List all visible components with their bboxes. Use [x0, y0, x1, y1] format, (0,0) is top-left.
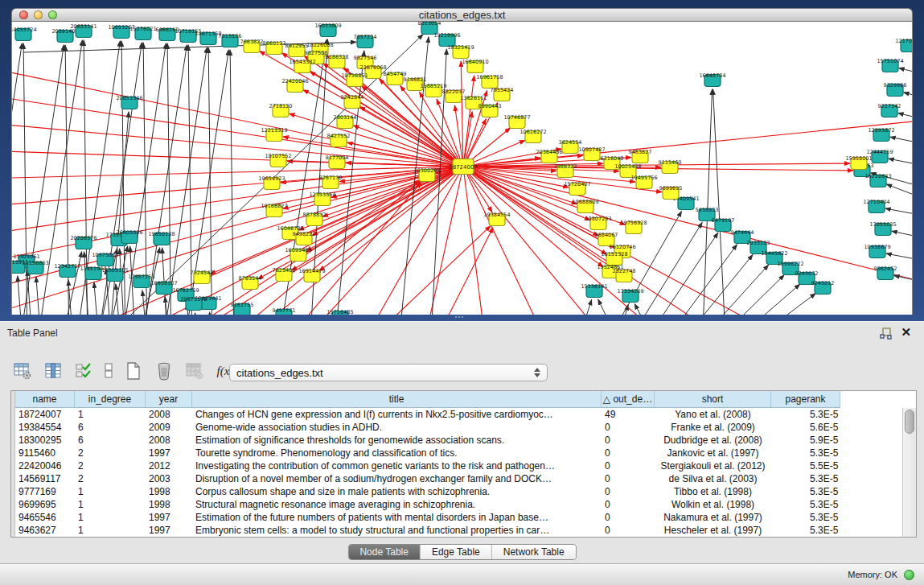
new-table-icon[interactable]: [122, 359, 145, 383]
graph-node-label: 9245012: [811, 280, 835, 286]
cells-icon[interactable]: [103, 359, 114, 383]
graph-node-label: 8822037: [442, 89, 466, 95]
cell-indegree: 1: [75, 485, 146, 498]
zoom-window-button[interactable]: [48, 10, 57, 19]
graph-node-label: 12710404: [863, 199, 889, 205]
graph-node-label: 8427552: [327, 133, 351, 139]
graph-node-label: 10616272: [519, 129, 546, 135]
cell-short: Wolkin et al. (1998): [655, 498, 771, 511]
close-window-button[interactable]: [19, 10, 28, 19]
cell-out: 0: [602, 472, 655, 485]
citation-edge-black: [904, 93, 913, 101]
citation-edge-black: [898, 113, 913, 122]
memory-status-indicator[interactable]: [904, 570, 914, 580]
cell-name: 9777169: [15, 485, 75, 498]
network-view[interactable]: 1405572420891406206331411065326715276021…: [11, 22, 913, 315]
cell-short: Tibbo et al. (1998): [655, 485, 771, 498]
graph-node-label: 12342757: [54, 263, 80, 270]
graph-node-label: 2803144: [334, 114, 357, 121]
table-mode-tabs: Node TableEdge TableNetwork Table: [347, 544, 576, 560]
delete-table-icon[interactable]: [153, 359, 175, 383]
graph-node-label: 8186328: [326, 54, 349, 60]
graph-node-label: 17055035: [869, 221, 896, 228]
column-header-year[interactable]: year: [146, 391, 192, 408]
cell-name: 22420046: [15, 459, 75, 472]
tab-network-table[interactable]: Network Table: [491, 545, 576, 559]
cell-year: 1998: [146, 498, 192, 511]
table-row[interactable]: 911546021997Tourette syndrome. Phenomeno…: [15, 447, 901, 459]
graph-node-label: 9684067: [595, 232, 618, 238]
minimize-window-button[interactable]: [34, 10, 43, 19]
graph-node-label: 7955424: [491, 87, 514, 93]
graph-node-label: 8660123: [263, 40, 286, 47]
citation-edge-red: [463, 167, 913, 287]
splitter-grip[interactable]: [455, 316, 463, 319]
tab-edge-table[interactable]: Edge Table: [420, 545, 491, 559]
select-column-icon[interactable]: [42, 359, 64, 383]
cell-name: 9465546: [15, 511, 75, 524]
graph-node-label: 15958001: [845, 155, 872, 162]
cell-pagerank: 5.3E-5: [771, 485, 840, 498]
graph-node-label: 20673578: [180, 296, 207, 303]
citation-edge-black: [886, 184, 913, 204]
cell-out: 0: [602, 485, 655, 498]
select-rows-icon[interactable]: [72, 359, 95, 383]
graph-node-label: 9562452: [874, 266, 897, 272]
table-row[interactable]: 977716911998Corpus callosum shape and si…: [15, 485, 901, 498]
graph-node-label: 17334269: [617, 288, 643, 295]
column-header-title[interactable]: title: [192, 391, 602, 408]
cell-name: 14569117: [15, 472, 75, 485]
citation-edge-black: [722, 284, 800, 315]
window-title: citations_edges.txt: [12, 9, 912, 21]
table-row[interactable]: 1872400712008Changes of HCN gene express…: [15, 408, 901, 421]
table-row[interactable]: 1938455462009Genome-wide association stu…: [15, 421, 901, 434]
table-row[interactable]: 946554611997Estimation of the future num…: [15, 511, 901, 524]
graph-node-label: 19756928: [620, 220, 647, 226]
graph-node-label: 16958107: [150, 280, 177, 286]
table-row[interactable]: 969969511998Structural magnetic resonanc…: [15, 498, 901, 511]
column-header-in_degree[interactable]: in_degree: [75, 391, 146, 408]
graph-node-label: 9161755: [231, 302, 254, 308]
graph-node-label: 9474444: [731, 229, 754, 236]
float-panel-icon[interactable]: [880, 328, 892, 340]
table-body: 1872400712008Changes of HCN gene express…: [15, 408, 901, 537]
network-window-titlebar[interactable]: citations_edges.txt: [11, 8, 913, 22]
memory-status-label: Memory: OK: [848, 570, 897, 579]
column-header-short[interactable]: short: [655, 391, 771, 408]
graph-node-label: 7663822: [240, 39, 264, 45]
close-panel-icon[interactable]: ✕: [901, 325, 911, 340]
vertical-scrollbar[interactable]: [902, 408, 916, 537]
citation-edge-black: [94, 282, 100, 315]
graph-node-label: 19218996: [433, 32, 460, 39]
graph-node-label: 9827546: [354, 55, 377, 61]
table-panel-title: Table Panel: [7, 328, 58, 339]
tab-node-table[interactable]: Node Table: [348, 545, 420, 559]
table-row[interactable]: 946362711997Embryonic stem cells: a mode…: [15, 524, 901, 537]
citation-edge-black: [598, 299, 623, 315]
cell-short: Franke et al. (2009): [655, 421, 771, 434]
table-row[interactable]: 1456911722003Disruption of a novel membe…: [15, 472, 901, 485]
graph-node-label: 16648784: [699, 72, 725, 79]
import-table-disabled-icon: [183, 359, 206, 383]
cell-name: 18300295: [15, 434, 75, 447]
column-header-out_de[interactable]: △ out_de…: [602, 391, 655, 408]
cell-pagerank: 5.3E-5: [771, 408, 840, 421]
table-row[interactable]: 2242004622012Investigating the contribut…: [15, 459, 901, 472]
cell-short: Hescheler et al. (1997): [655, 524, 771, 537]
graph-node-label: 10975887: [92, 252, 118, 258]
citation-edge-black: [706, 275, 784, 315]
cell-pagerank: 5.6E-5: [771, 421, 840, 434]
cell-out: 49: [602, 408, 655, 421]
table-row[interactable]: 1830029562008Estimation of significance …: [15, 434, 901, 447]
network-graph-svg[interactable]: 1405572420891406206331411065326715276021…: [12, 22, 913, 315]
column-header-name[interactable]: name: [15, 391, 75, 408]
citation-edge-black: [167, 43, 171, 315]
window-controls: [19, 10, 57, 19]
column-header-pagerank[interactable]: pagerank: [771, 391, 840, 408]
table-settings-icon[interactable]: [11, 359, 34, 383]
graph-node-label: 18107552: [265, 153, 291, 159]
cell-year: 2003: [146, 472, 192, 485]
scrollbar-thumb[interactable]: [905, 410, 914, 434]
graph-node-label: 18300295: [413, 167, 440, 174]
table-selector-dropdown[interactable]: citations_edges.txt: [229, 364, 548, 381]
